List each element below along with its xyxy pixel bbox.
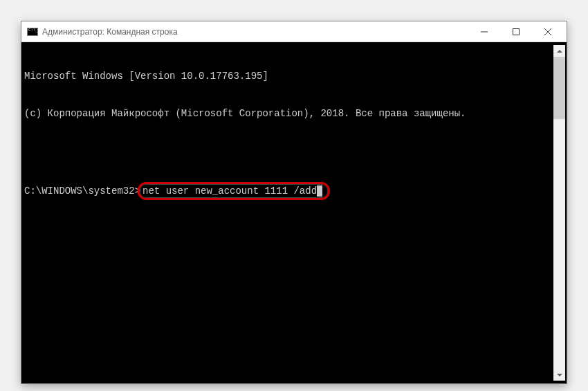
svg-rect-1 bbox=[513, 28, 520, 35]
titlebar[interactable]: Администратор: Командная строка bbox=[21, 21, 567, 42]
prompt-text: C:\WINDOWS\system32> bbox=[24, 185, 140, 197]
command-prompt-window: Администратор: Командная строка Microsof… bbox=[21, 21, 567, 384]
scrollbar-up-button[interactable] bbox=[553, 45, 565, 57]
text-cursor bbox=[317, 185, 322, 197]
window-controls bbox=[468, 21, 564, 42]
cmd-icon bbox=[27, 28, 38, 36]
close-button[interactable] bbox=[532, 21, 564, 42]
command-text: net user new_account 1111 /add bbox=[143, 185, 317, 197]
svg-marker-5 bbox=[557, 374, 562, 376]
terminal-blank-line bbox=[24, 145, 553, 157]
vertical-scrollbar[interactable] bbox=[553, 45, 565, 381]
scrollbar-thumb[interactable] bbox=[553, 57, 565, 119]
terminal-area[interactable]: Microsoft Windows [Version 10.0.17763.19… bbox=[21, 42, 567, 383]
svg-marker-4 bbox=[557, 50, 562, 53]
maximize-button[interactable] bbox=[500, 21, 532, 42]
terminal-output-line: Microsoft Windows [Version 10.0.17763.19… bbox=[24, 70, 553, 82]
minimize-button[interactable] bbox=[468, 21, 500, 42]
prompt-line: C:\WINDOWS\system32>net user new_account… bbox=[24, 182, 553, 200]
terminal-content[interactable]: Microsoft Windows [Version 10.0.17763.19… bbox=[24, 45, 553, 381]
scrollbar-down-button[interactable] bbox=[553, 369, 565, 381]
terminal-output-line: (c) Корпорация Майкрософт (Microsoft Cor… bbox=[24, 107, 553, 120]
window-title: Администратор: Командная строка bbox=[42, 27, 468, 37]
command-highlight: net user new_account 1111 /add bbox=[138, 182, 330, 200]
